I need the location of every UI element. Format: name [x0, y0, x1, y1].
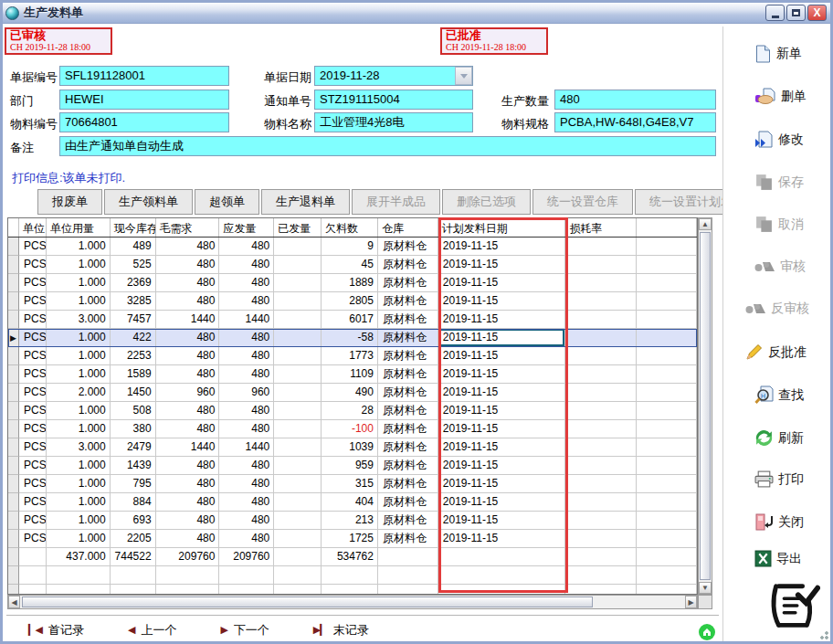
table-row[interactable]: PCS1.000795480480315原材料仓2019-11-15 [8, 475, 697, 493]
dept-field[interactable]: HEWEI [59, 90, 229, 110]
notice-no-field[interactable]: STZ191115004 [314, 90, 473, 110]
grid-cell[interactable] [156, 585, 220, 595]
grid-cell[interactable]: 1440 [219, 438, 274, 457]
table-row[interactable]: PCS1.000884480480404原材料仓2019-11-15 [8, 493, 697, 512]
grid-cell[interactable]: 2019-11-15 [438, 512, 566, 530]
grid-cell[interactable]: 2253 [111, 347, 156, 365]
grid-cell[interactable]: 489 [111, 238, 156, 256]
row-indicator[interactable] [8, 548, 19, 566]
grid-cell[interactable]: 744522 [111, 548, 156, 566]
grid-cell[interactable]: 3.000 [47, 438, 111, 457]
doc-no-field[interactable]: SFL191128001 [59, 66, 229, 86]
grid-cell[interactable]: 422 [111, 329, 156, 347]
grid-cell[interactable]: 2019-11-15 [438, 475, 566, 493]
row-indicator[interactable] [8, 238, 19, 256]
grid-cell[interactable]: 6017 [322, 311, 378, 329]
nav-last-record-button[interactable]: ▶▎末记录 [313, 622, 369, 639]
sync-status-icon[interactable] [699, 624, 715, 640]
grid-cell[interactable]: 693 [111, 512, 156, 530]
sidebar-button-delete-doc[interactable]: 删单 [754, 88, 807, 105]
row-indicator[interactable] [8, 384, 19, 402]
grid-cell[interactable]: 2369 [111, 274, 156, 292]
grid-cell[interactable] [378, 548, 438, 566]
grid-cell[interactable]: 1439 [111, 457, 156, 475]
close-button[interactable]: X [807, 5, 827, 21]
grid-cell[interactable]: 原材料仓 [378, 512, 438, 530]
grid-cell[interactable] [274, 274, 322, 292]
focused-date-cell[interactable]: 2019-11-15 [438, 329, 566, 347]
grid-cell[interactable] [565, 493, 637, 512]
grid-cell[interactable] [111, 585, 156, 595]
grid-cell[interactable] [274, 530, 322, 548]
grid-cell[interactable]: 1.000 [47, 420, 111, 438]
grid-cell[interactable]: 480 [219, 512, 274, 530]
grid-cell[interactable] [378, 566, 438, 585]
grid-cell[interactable]: 2019-11-15 [438, 493, 566, 512]
grid-cell[interactable]: 2019-11-15 [438, 438, 566, 457]
grid-cell[interactable]: 1773 [322, 347, 378, 365]
grid-cell[interactable] [19, 566, 47, 585]
grid-cell[interactable]: 480 [156, 530, 220, 548]
grid-cell[interactable]: 原材料仓 [378, 475, 438, 493]
grid-cell[interactable]: 508 [111, 402, 156, 420]
grid-cell[interactable] [565, 274, 637, 292]
grid-cell[interactable] [274, 512, 322, 530]
grid-cell[interactable]: -58 [322, 329, 378, 347]
table-row[interactable]: PCS1.00022534804801773原材料仓2019-11-15 [8, 347, 697, 365]
nav-next-record-button[interactable]: ▶下一个 [220, 622, 269, 639]
maximize-button[interactable] [786, 5, 806, 21]
grid-cell[interactable]: 2019-11-15 [438, 530, 566, 548]
grid-cell[interactable] [438, 548, 566, 566]
scroll-up-arrow-icon[interactable]: ▲ [699, 218, 712, 230]
grid-cell[interactable] [565, 329, 637, 347]
grid-cell[interactable] [274, 493, 322, 512]
scroll-down-arrow-icon[interactable]: ▼ [699, 582, 712, 594]
grid-cell[interactable]: 1.000 [47, 365, 111, 384]
grid-cell[interactable]: 原材料仓 [378, 347, 438, 365]
grid-cell[interactable]: PCS [19, 402, 47, 420]
grid-cell[interactable]: 480 [219, 329, 274, 347]
grid-cell[interactable]: 480 [219, 493, 274, 512]
row-indicator[interactable] [8, 311, 19, 329]
grid-cell[interactable]: 1.000 [47, 493, 111, 512]
grid-cell[interactable]: 480 [156, 238, 220, 256]
grid-cell[interactable]: 1.000 [47, 256, 111, 274]
row-indicator[interactable] [8, 420, 19, 438]
grid-cell[interactable]: 2205 [111, 530, 156, 548]
grid-cell[interactable] [378, 585, 438, 595]
grid-cell[interactable]: PCS [19, 384, 47, 402]
grid-cell[interactable]: 1.000 [47, 347, 111, 365]
table-empty-row[interactable] [8, 566, 697, 585]
material-name-field[interactable]: 工业管理4光8电 [314, 112, 473, 132]
grid-cell[interactable]: 1.000 [47, 402, 111, 420]
sidebar-button-edit-doc[interactable]: 修改 [754, 131, 804, 148]
grid-cell[interactable]: PCS [19, 475, 47, 493]
grid-cell[interactable]: PCS [19, 256, 47, 274]
grid-cell[interactable] [219, 585, 274, 595]
row-indicator[interactable] [8, 457, 19, 475]
grid-cell[interactable]: PCS [19, 365, 47, 384]
grid-cell[interactable]: 45 [322, 256, 378, 274]
row-indicator[interactable] [8, 256, 19, 274]
grid-cell[interactable]: 3.000 [47, 311, 111, 329]
grid-cell[interactable] [565, 347, 637, 365]
grid-cell[interactable]: 9 [322, 238, 378, 256]
grid-cell[interactable] [111, 566, 156, 585]
grid-cell[interactable]: 2019-11-15 [438, 347, 566, 365]
grid-cell[interactable]: 380 [111, 420, 156, 438]
scroll-left-arrow-icon[interactable]: ◀ [8, 596, 20, 608]
grid-cell[interactable]: PCS [19, 420, 47, 438]
vertical-scroll-thumb[interactable] [700, 232, 711, 580]
grid-cell[interactable] [47, 585, 111, 595]
grid-cell[interactable]: 480 [219, 475, 274, 493]
table-row[interactable]: PCS3.0007457144014406017原材料仓2019-11-15 [8, 311, 697, 329]
grid-cell[interactable]: 480 [156, 420, 220, 438]
grid-cell[interactable]: 480 [156, 402, 220, 420]
minimize-button[interactable] [765, 5, 785, 21]
grid-cell[interactable]: 480 [219, 365, 274, 384]
grid-cell[interactable]: 959 [322, 457, 378, 475]
row-indicator[interactable] [8, 402, 19, 420]
material-no-field[interactable]: 70664801 [59, 112, 229, 132]
grid-cell[interactable] [274, 365, 322, 384]
grid-cell[interactable]: 480 [219, 274, 274, 292]
